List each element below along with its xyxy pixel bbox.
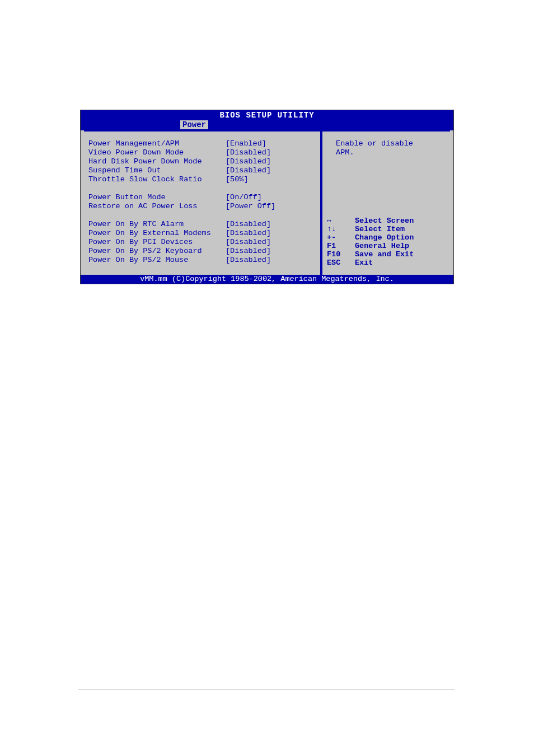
- menu-tab-bar: Power: [81, 120, 453, 130]
- setting-value: [Disabled]: [226, 148, 316, 157]
- setting-label: Power On By RTC Alarm: [88, 220, 226, 229]
- help-text: Enable or disable APM.: [327, 139, 446, 157]
- nav-desc: Save and Exit: [355, 250, 446, 259]
- nav-row: ↑↓ Select Item: [327, 225, 446, 233]
- setting-label: Suspend Time Out: [88, 166, 226, 175]
- setting-row[interactable]: Power On By PCI Devices [Disabled]: [88, 238, 316, 247]
- setting-row[interactable]: Power On By RTC Alarm [Disabled]: [88, 220, 316, 229]
- navigation-help: ↔ Select Screen ↑↓ Select Item +- Change…: [327, 217, 446, 267]
- setting-row[interactable]: Video Power Down Mode [Disabled]: [88, 148, 316, 157]
- page-divider: [78, 689, 455, 690]
- setting-row[interactable]: Throttle Slow Clock Ratio [50%]: [88, 175, 316, 184]
- help-panel: Enable or disable APM. ↔ Select Screen ↑…: [321, 130, 450, 275]
- setting-value: [Disabled]: [226, 229, 316, 238]
- setting-value: [Disabled]: [226, 256, 316, 265]
- copyright-footer: vMM.mm (C)Copyright 1985-2002, American …: [81, 275, 453, 284]
- setting-row[interactable]: Suspend Time Out [Disabled]: [88, 166, 316, 175]
- nav-row: ESC Exit: [327, 259, 446, 267]
- settings-panel: Power Management/APM [Enabled] Video Pow…: [84, 130, 321, 275]
- setting-row[interactable]: Power On By PS/2 Keyboard [Disabled]: [88, 247, 316, 256]
- nav-row: ↔ Select Screen: [327, 217, 446, 225]
- setting-value: [Disabled]: [226, 166, 316, 175]
- plus-minus-icon: +-: [327, 233, 355, 242]
- nav-key: F10: [327, 250, 355, 259]
- nav-desc: Change Option: [355, 233, 446, 242]
- setting-row[interactable]: Power Button Mode [On/Off]: [88, 193, 316, 202]
- setting-row[interactable]: Power Management/APM [Enabled]: [88, 139, 316, 148]
- setting-row[interactable]: Hard Disk Power Down Mode [Disabled]: [88, 157, 316, 166]
- nav-key: F1: [327, 242, 355, 250]
- setting-label: Power On By PCI Devices: [88, 238, 226, 247]
- setting-value: [Disabled]: [226, 238, 316, 247]
- title-bar: BIOS SETUP UTILITY: [81, 110, 453, 120]
- setting-label: Power On By PS/2 Keyboard: [88, 247, 226, 256]
- setting-label: Power On By PS/2 Mouse: [88, 256, 226, 265]
- setting-label: Restore on AC Power Loss: [88, 202, 226, 211]
- setting-label: Video Power Down Mode: [88, 148, 226, 157]
- setting-row[interactable]: Power On By PS/2 Mouse [Disabled]: [88, 256, 316, 265]
- setting-value: [Enabled]: [226, 139, 316, 148]
- setting-label: Hard Disk Power Down Mode: [88, 157, 226, 166]
- nav-desc: Exit: [355, 259, 446, 267]
- setting-row[interactable]: Power On By External Modems [Disabled]: [88, 229, 316, 238]
- setting-value: [On/Off]: [226, 193, 316, 202]
- nav-row: F10 Save and Exit: [327, 250, 446, 259]
- up-down-arrow-icon: ↑↓: [327, 225, 355, 233]
- setting-label: Power Button Mode: [88, 193, 226, 202]
- tab-power[interactable]: Power: [180, 120, 208, 129]
- setting-value: [50%]: [226, 175, 316, 184]
- nav-key: ESC: [327, 259, 355, 267]
- nav-desc: Select Item: [355, 225, 446, 233]
- nav-desc: General Help: [355, 242, 446, 250]
- bios-window: BIOS SETUP UTILITY Power Power Managemen…: [80, 110, 454, 284]
- content-area: Power Management/APM [Enabled] Video Pow…: [81, 130, 453, 275]
- setting-value: [Disabled]: [226, 220, 316, 229]
- left-right-arrow-icon: ↔: [327, 217, 355, 225]
- setting-label: Power On By External Modems: [88, 229, 226, 238]
- nav-row: +- Change Option: [327, 233, 446, 242]
- setting-value: [Disabled]: [226, 247, 316, 256]
- setting-value: [Disabled]: [226, 157, 316, 166]
- setting-value: [Power Off]: [226, 202, 316, 211]
- setting-row[interactable]: Restore on AC Power Loss [Power Off]: [88, 202, 316, 211]
- setting-label: Power Management/APM: [88, 139, 226, 148]
- setting-label: Throttle Slow Clock Ratio: [88, 175, 226, 184]
- nav-row: F1 General Help: [327, 242, 446, 250]
- nav-desc: Select Screen: [355, 217, 446, 225]
